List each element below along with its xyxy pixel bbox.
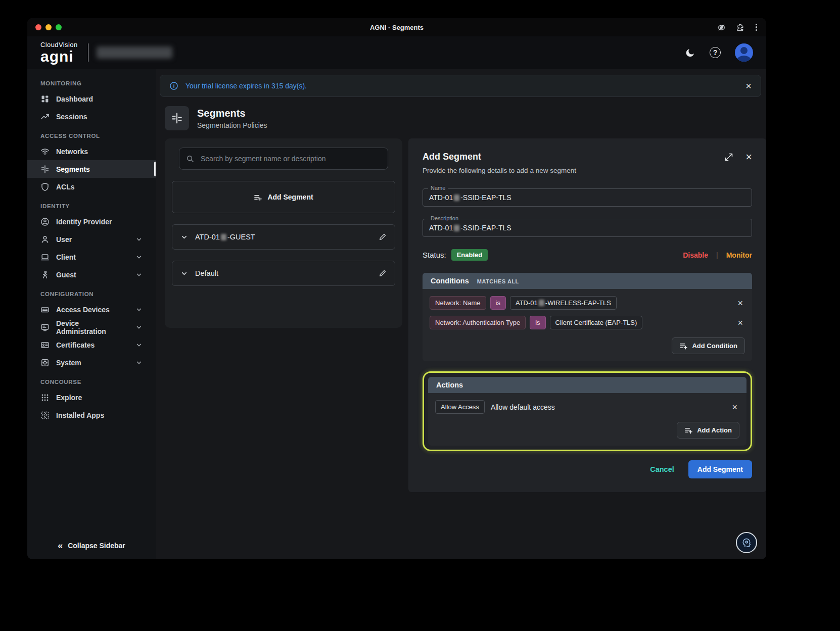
guest-icon [40, 270, 50, 279]
page-title: Segments [197, 108, 267, 119]
conditions-title: Conditions [431, 277, 469, 285]
condition-attribute-chip[interactable]: Network: Authentication Type [430, 316, 526, 329]
installed-apps-icon [40, 411, 50, 420]
condition-value-chip[interactable]: Client Certificate (EAP-TLS) [550, 316, 643, 329]
sidebar-section-monitoring: MONITORING [27, 73, 156, 90]
disable-link[interactable]: Disable [683, 251, 708, 259]
sidebar-label: Identity Provider [56, 218, 112, 226]
segment-row-default[interactable]: Default [172, 261, 395, 286]
chevron-down-icon[interactable] [180, 233, 188, 241]
sidebar-item-access-devices[interactable]: Access Devices [27, 301, 156, 318]
system-icon [40, 358, 50, 367]
panel-close-icon[interactable]: × [745, 152, 752, 163]
sidebar-item-certificates[interactable]: Certificates [27, 336, 156, 354]
sidebar-item-installed-apps[interactable]: Installed Apps [27, 406, 156, 424]
brand-cloudvision: CloudVision [40, 41, 78, 48]
description-field-label: Description [428, 215, 461, 221]
condition-attribute-chip[interactable]: Network: Name [430, 296, 486, 310]
sidebar-item-segments[interactable]: Segments [27, 160, 156, 178]
sidebar-item-networks[interactable]: Networks [27, 142, 156, 160]
conditions-matches-all: MATCHES ALL [477, 278, 519, 284]
search-icon [186, 155, 194, 163]
app-header: CloudVision agni ? [27, 36, 766, 69]
remove-condition-icon[interactable]: × [737, 299, 745, 308]
condition-value-chip[interactable]: ATD-01-WIRELESS-EAP-TLS [510, 296, 617, 310]
expand-icon[interactable] [724, 153, 733, 162]
status-badge: Enabled [451, 249, 488, 261]
add-segment-list-button[interactable]: Add Segment [172, 181, 395, 213]
collapse-sidebar-button[interactable]: « Collapse Sidebar [27, 532, 156, 559]
condition-row: Network: Authentication Type is Client C… [430, 316, 745, 329]
remove-action-icon[interactable]: × [732, 403, 739, 412]
page-header: Segments Segmentation Policies [165, 106, 766, 130]
actions-header: Actions [428, 377, 746, 393]
sidebar-item-acls[interactable]: ACLs [27, 178, 156, 196]
help-icon[interactable]: ? [710, 47, 721, 58]
sidebar-item-sessions[interactable]: Sessions [27, 108, 156, 125]
sidebar-item-client[interactable]: Client [27, 248, 156, 266]
add-action-button[interactable]: Add Action [677, 422, 739, 439]
action-row: Allow Access Allow default access × [435, 400, 739, 414]
cancel-button[interactable]: Cancel [650, 465, 674, 473]
chevron-down-icon [135, 359, 143, 366]
assistant-bubble[interactable] [736, 532, 757, 553]
sidebar-item-system[interactable]: System [27, 354, 156, 371]
sidebar-item-explore[interactable]: Explore [27, 389, 156, 406]
sidebar-label: Sessions [56, 113, 87, 121]
device-administration-icon [40, 323, 50, 332]
user-avatar[interactable] [735, 43, 753, 62]
main-content: Your trial license expires in 315 day(s)… [156, 69, 766, 559]
sidebar-item-identity-provider[interactable]: Identity Provider [27, 213, 156, 230]
user-icon [40, 235, 50, 244]
segment-search-input[interactable] [179, 148, 388, 170]
minimize-window-button[interactable] [45, 24, 52, 30]
traffic-lights [35, 24, 62, 30]
edit-pencil-icon[interactable] [379, 233, 387, 241]
add-condition-button[interactable]: Add Condition [672, 337, 745, 354]
sidebar-label: Guest [56, 271, 76, 279]
sidebar-item-user[interactable]: User [27, 230, 156, 248]
condition-operator-chip[interactable]: is [490, 296, 506, 310]
playlist-add-icon [684, 426, 693, 434]
sidebar-section-configuration: CONFIGURATION [27, 283, 156, 301]
segment-search [179, 148, 388, 170]
brand-logo[interactable]: CloudVision agni [40, 41, 78, 64]
sidebar-item-dashboard[interactable]: Dashboard [27, 90, 156, 108]
sidebar-item-guest[interactable]: Guest [27, 266, 156, 283]
sidebar-item-device-administration[interactable]: Device Administration [27, 318, 156, 336]
add-segment-submit-button[interactable]: Add Segment [688, 460, 752, 478]
zoom-window-button[interactable] [56, 24, 62, 30]
chevron-down-icon [135, 254, 143, 261]
edit-pencil-icon[interactable] [379, 269, 387, 277]
networks-wifi-icon [40, 147, 50, 156]
name-field[interactable]: Name ATD-01-SSID-EAP-TLS [423, 188, 752, 207]
monitor-link[interactable]: Monitor [726, 251, 752, 259]
segment-row-label: Default [195, 269, 218, 277]
segment-row-atd-guest[interactable]: ATD-01-GUEST [172, 224, 395, 250]
sidebar-label: Access Devices [56, 306, 110, 314]
browser-menu-icon[interactable] [755, 23, 758, 32]
chevron-down-icon [135, 236, 143, 243]
banner-close-icon[interactable]: × [745, 81, 752, 91]
name-field-label: Name [428, 185, 448, 191]
chevron-down-icon[interactable] [180, 270, 188, 277]
action-type-chip[interactable]: Allow Access [435, 400, 485, 414]
redacted-char [454, 195, 459, 201]
eye-off-icon[interactable] [717, 23, 726, 32]
redacted-char [454, 225, 459, 231]
extensions-icon[interactable] [736, 23, 744, 32]
condition-operator-chip[interactable]: is [530, 316, 545, 329]
browser-titlebar: AGNI - Segments [27, 18, 766, 36]
chevron-down-icon [135, 271, 143, 278]
license-banner-text: Your trial license expires in 315 day(s)… [185, 82, 307, 90]
sidebar-label: Client [56, 253, 76, 261]
segments-page-icon [165, 106, 189, 130]
close-window-button[interactable] [35, 24, 41, 30]
sidebar-label: Networks [56, 148, 88, 156]
dashboard-icon [40, 94, 50, 104]
remove-condition-icon[interactable]: × [737, 318, 745, 327]
browser-toolbar-icons [717, 23, 758, 32]
description-field[interactable]: Description ATD-01-SSID-EAP-TLS [423, 219, 752, 237]
dark-mode-moon-icon[interactable] [685, 47, 695, 58]
sidebar-label: Dashboard [56, 95, 93, 103]
